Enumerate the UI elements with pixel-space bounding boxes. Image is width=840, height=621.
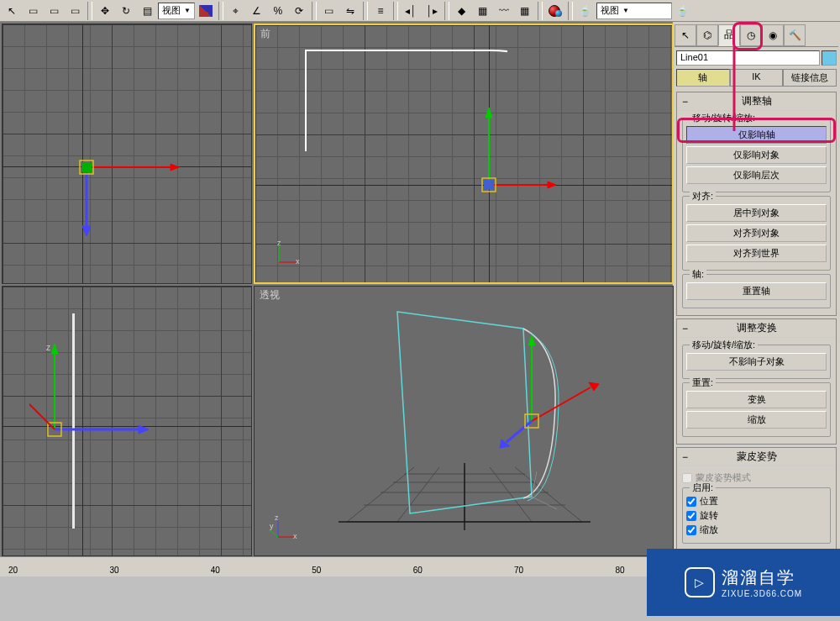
enable-position-checkbox[interactable]: 位置 [686,495,827,508]
gizmo-left: z [29,329,164,463]
gizmo-front [464,101,564,202]
svg-line-35 [532,497,557,509]
svg-text:y: y [270,522,274,530]
select-rect-icon[interactable]: ▭ [23,2,43,20]
move-tool-icon[interactable]: ✥ [95,2,115,20]
cursor-tool-icon[interactable]: ↖ [2,2,22,20]
quick-render-icon[interactable]: 🍵 [673,2,693,20]
main-area: 前 z x [0,22,840,556]
motion-tab-icon[interactable]: ◷ [740,24,762,46]
group-mrs2-label: 移动/旋转/缩放: [690,339,758,351]
affect-hierarchy-only-button[interactable]: 仅影响层次 [686,166,827,184]
svg-marker-7 [548,182,556,188]
rollout-adjust-pivot: − 调整轴 移动/旋转/缩放: 仅影响轴 仅影响对象 仅影响层次 对齐: 居中到… [676,92,837,316]
view-dropdown-label: 视图 [162,4,181,17]
ik-tab[interactable]: IK [730,69,784,87]
align-to-object-button[interactable]: 对齐到对象 [686,224,827,242]
view-dropdown[interactable]: 视图 ▼ [158,3,195,19]
render-view-dropdown[interactable]: 视图 ▼ [596,3,672,19]
svg-marker-3 [82,226,91,236]
watermark-brand: 溜溜自学 [722,566,802,589]
dont-affect-children-button[interactable]: 不影响子对象 [686,353,827,371]
hierarchy-tab-icon[interactable]: 品 [718,24,740,46]
svg-text:x: x [293,532,297,540]
main-toolbar: ↖ ▭ ▭ ▭ ✥ ↻ ▤ 视图 ▼ ⌖ ∠ % ⟳ ▭ ⇋ ≡ ◂│ │▸ ◆… [0,0,840,22]
svg-marker-9 [486,108,492,118]
mirror-icon[interactable]: ⇋ [340,2,360,20]
center-to-object-button[interactable]: 居中到对象 [686,204,827,222]
affect-pivot-only-button[interactable]: 仅影响轴 [686,126,827,144]
curve-editor-icon[interactable]: 〰 [494,2,514,20]
command-panel: ↖ ⌬ 品 ◷ ◉ 🔨 Line01 轴 IK 链接信息 − 调整轴 移动/旋 [672,22,840,556]
reset-transform-button[interactable]: 变换 [686,391,827,408]
svg-marker-17 [51,344,58,354]
render-setup-icon[interactable]: 🍵 [575,2,596,20]
rotate-tool-icon[interactable]: ↻ [116,2,136,20]
viewport-grid: 前 z x [0,22,672,556]
schematic-view-icon[interactable]: ▦ [515,2,535,20]
gizmo-persp [498,329,616,455]
gizmo-top [61,142,196,243]
timeline-tick: 40 [211,566,220,575]
select-rect3-icon[interactable]: ▭ [65,2,85,20]
display-tab-icon[interactable]: ◉ [762,24,784,46]
timeline-tick: 20 [8,566,18,575]
collapse-icon: − [682,323,688,334]
viewport-bottom-left[interactable]: z [2,286,252,556]
align-to-world-button[interactable]: 对齐到世界 [686,245,827,262]
snap-toggle-icon[interactable]: ⌖ [226,2,246,20]
svg-text:z: z [46,343,50,352]
viewport-top-left[interactable] [2,24,252,284]
select-rect2-icon[interactable]: ▭ [44,2,64,20]
chevron-down-icon: ▼ [184,7,191,14]
modify-tab-icon[interactable]: ⌬ [696,24,718,46]
manage-layers-icon[interactable]: ◆ [452,2,472,20]
svg-marker-20 [139,425,149,434]
angle-snap-icon[interactable]: ∠ [247,2,267,20]
enable-scale-checkbox[interactable]: 缩放 [686,524,827,536]
svg-rect-11 [484,180,494,190]
group-pivot-label: 轴: [690,268,706,281]
svg-line-48 [270,530,278,537]
svg-marker-1 [171,164,179,171]
utilities-tab-icon[interactable]: 🔨 [784,24,806,46]
viewport-front[interactable]: 前 z x [254,24,674,284]
enable-rotation-checkbox[interactable]: 旋转 [686,509,827,522]
rollout-header-adjust-xform[interactable]: − 调整变换 [677,319,836,338]
collapse-icon: − [682,96,688,108]
layer-icon[interactable]: ▦ [473,2,493,20]
svg-line-22 [29,396,55,429]
timeline-tick: 30 [109,566,118,575]
svg-rect-5 [81,162,92,172]
prev-key-icon[interactable]: ◂│ [401,2,421,20]
affect-object-only-button[interactable]: 仅影响对象 [686,146,827,164]
timeline-tick: 60 [413,566,423,575]
object-color-swatch[interactable] [822,50,837,66]
rollout-header-adjust-pivot[interactable]: − 调整轴 [677,92,836,111]
object-name-field[interactable]: Line01 [676,50,820,66]
named-sel-icon[interactable]: ▭ [319,2,339,20]
reset-pivot-button[interactable]: 重置轴 [686,282,827,300]
next-key-icon[interactable]: │▸ [422,2,442,20]
viewport-label-front: 前 [260,27,270,41]
viewport-label-persp: 透视 [260,288,280,303]
align-icon[interactable]: ≡ [370,2,391,20]
spinner-snap-icon[interactable]: ⟳ [289,2,309,20]
material-editor-icon[interactable] [545,2,565,20]
percent-snap-icon[interactable]: % [268,2,288,20]
scale-tool-icon[interactable]: ▤ [137,2,157,20]
rollout-adjust-xform: − 调整变换 移动/旋转/缩放: 不影响子对象 重置: 变换 缩放 [676,318,837,445]
timeline-tick: 50 [312,566,321,575]
create-tab-icon[interactable]: ↖ [675,24,696,46]
pivot-tab[interactable]: 轴 [676,69,730,87]
svg-text:x: x [296,257,300,266]
svg-marker-38 [528,335,535,345]
timeline-tick: 80 [615,566,624,575]
link-info-tab[interactable]: 链接信息 [783,69,837,87]
watermark-url: ZIXUE.3D66.COM [722,589,802,598]
rollout-header-skin-pose[interactable]: − 蒙皮姿势 [677,448,836,466]
viewport-perspective[interactable]: 透视 [254,286,674,556]
collapse-icon: − [682,451,688,463]
snap-icons-group[interactable] [196,2,216,20]
reset-scale-button[interactable]: 缩放 [686,411,827,429]
